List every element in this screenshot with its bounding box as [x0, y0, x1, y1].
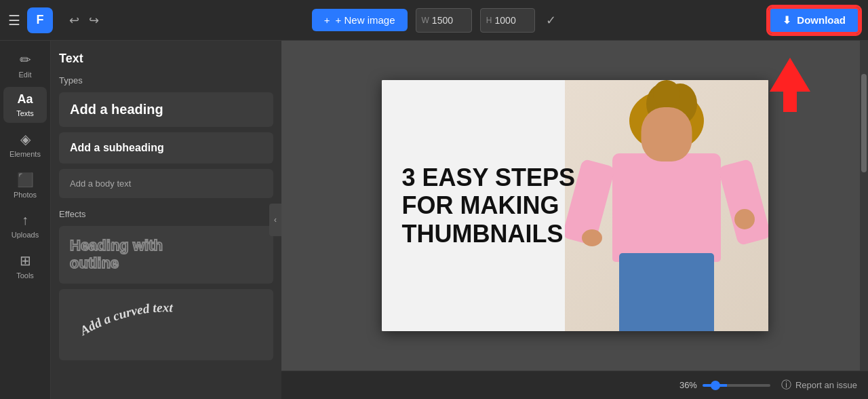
curved-text-svg: Add a curved text	[71, 300, 261, 347]
undo-button[interactable]: ↩	[66, 10, 82, 31]
add-heading-label: Add a heading	[70, 102, 163, 117]
new-image-icon: +	[324, 14, 330, 26]
canvas-scroll: 3 EASY STEPS FOR MAKING THUMBNAILS	[281, 41, 868, 370]
confirm-dimensions-button[interactable]: ✓	[543, 10, 559, 31]
header-right: ⬇ Download	[768, 7, 860, 34]
add-body-label: Add a body text	[70, 178, 131, 189]
sidebar-item-tools[interactable]: ⊞ Tools	[3, 247, 47, 285]
canvas-image-inner: 3 EASY STEPS FOR MAKING THUMBNAILS	[382, 80, 768, 331]
panel-collapse-arrow[interactable]: ‹	[269, 204, 281, 236]
text-panel: Text Types Add a heading Add a subheadin…	[51, 41, 281, 399]
sidebar-item-elements[interactable]: ◈ Elements	[3, 126, 47, 164]
zoom-slider[interactable]	[703, 384, 770, 387]
report-issue-label: Report an issue	[795, 380, 857, 390]
canvas-main-text: 3 EASY STEPS FOR MAKING THUMBNAILS	[402, 164, 575, 248]
info-icon: ⓘ	[781, 379, 791, 392]
height-label: H	[486, 16, 492, 25]
undo-redo-group: ↩ ↪	[66, 10, 102, 31]
icon-sidebar: ✏ Edit Aa Texts ◈ Elements ⬛ Photos ↑ Up…	[0, 41, 51, 399]
canvas-text-block: 3 EASY STEPS FOR MAKING THUMBNAILS	[402, 164, 575, 248]
sidebar-item-elements-label: Elements	[9, 150, 41, 158]
red-arrow-indicator	[766, 54, 814, 122]
canvas-text-line2: FOR MAKING	[402, 191, 575, 219]
vertical-scrollbar-thumb[interactable]	[861, 74, 867, 173]
sidebar-item-photos-label: Photos	[14, 191, 37, 199]
edit-icon: ✏	[20, 52, 31, 68]
logo-letter: F	[37, 13, 44, 27]
report-issue-button[interactable]: ⓘ Report an issue	[781, 379, 857, 392]
tools-icon: ⊞	[20, 252, 31, 269]
photos-icon: ⬛	[17, 172, 34, 188]
panel-title: Text	[59, 52, 273, 66]
canvas-image[interactable]: 3 EASY STEPS FOR MAKING THUMBNAILS	[382, 80, 768, 331]
main-area: ✏ Edit Aa Texts ◈ Elements ⬛ Photos ↑ Up…	[0, 41, 868, 399]
outline-heading-button[interactable]: Heading with outline	[59, 226, 273, 284]
new-image-label: + New image	[336, 14, 395, 26]
effects-section: Effects Heading with outline Add a curve…	[59, 209, 273, 360]
menu-icon[interactable]: ☰	[8, 12, 20, 28]
status-bar: 36% ⓘ Report an issue	[281, 370, 868, 399]
effects-section-label: Effects	[59, 209, 273, 219]
outline-text-line1: Heading with outline	[70, 237, 262, 273]
width-input[interactable]	[432, 15, 466, 26]
curved-text-button[interactable]: Add a curved text	[59, 289, 273, 360]
canvas-text-line1: 3 EASY STEPS	[402, 164, 575, 191]
height-input-box: H	[480, 8, 535, 33]
new-image-button[interactable]: + + New image	[312, 9, 408, 31]
add-subheading-button[interactable]: Add a subheading	[59, 132, 273, 164]
elements-icon: ◈	[20, 131, 31, 147]
vertical-scrollbar[interactable]	[860, 41, 868, 370]
add-heading-button[interactable]: Add a heading	[59, 92, 273, 127]
height-input[interactable]	[495, 15, 529, 26]
sidebar-item-edit[interactable]: ✏ Edit	[3, 46, 47, 84]
text-icon: Aa	[17, 92, 33, 107]
sidebar-item-photos[interactable]: ⬛ Photos	[3, 166, 47, 204]
canvas-text-line3: THUMBNAILS	[402, 220, 575, 248]
width-input-box: W	[416, 8, 472, 33]
header-center: + + New image W H ✓	[108, 8, 762, 33]
app-logo: F	[27, 7, 53, 33]
uploads-icon: ↑	[22, 212, 28, 228]
svg-text:Add a curved text: Add a curved text	[77, 300, 174, 338]
add-subheading-label: Add a subheading	[70, 142, 164, 153]
sidebar-item-edit-label: Edit	[19, 71, 32, 79]
sidebar-item-texts-label: Texts	[16, 109, 34, 117]
zoom-percent-label: 36%	[679, 380, 697, 390]
download-icon: ⬇	[783, 14, 791, 26]
zoom-controls: 36%	[679, 380, 770, 390]
sidebar-item-tools-label: Tools	[16, 271, 34, 280]
svg-marker-1	[770, 58, 810, 112]
sidebar-item-uploads[interactable]: ↑ Uploads	[3, 207, 47, 244]
sidebar-item-uploads-label: Uploads	[12, 231, 39, 239]
add-body-button[interactable]: Add a body text	[59, 169, 273, 198]
types-section-label: Types	[59, 75, 273, 86]
header: ☰ F ↩ ↪ + + New image W H ✓ ⬇ Download	[0, 0, 868, 41]
header-left: ☰ F ↩ ↪	[8, 7, 102, 33]
canvas-area: 3 EASY STEPS FOR MAKING THUMBNAILS 36%	[281, 41, 868, 399]
person-area	[565, 80, 768, 331]
download-label: Download	[797, 14, 846, 26]
width-label: W	[422, 16, 429, 25]
sidebar-item-texts[interactable]: Aa Texts	[3, 87, 47, 123]
download-button[interactable]: ⬇ Download	[768, 7, 860, 34]
redo-button[interactable]: ↪	[86, 10, 102, 31]
